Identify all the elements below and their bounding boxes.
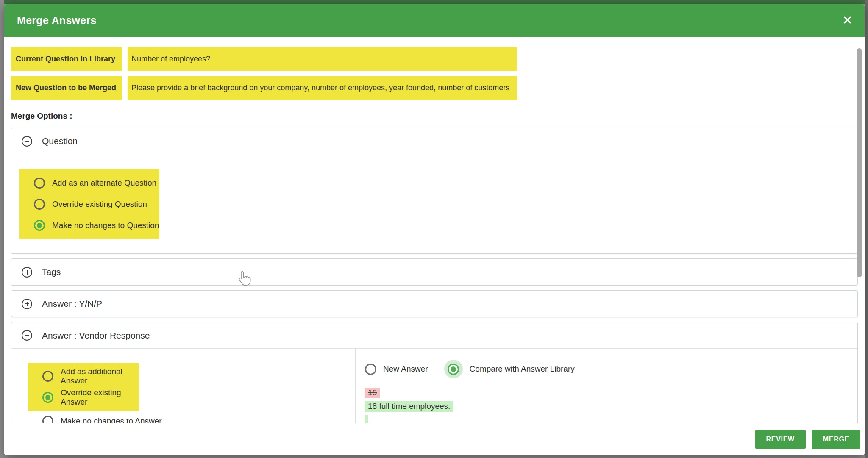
radio-icon-selected[interactable]	[42, 392, 53, 403]
vendor-compare-pane: New Answer Compare with Answer Library 1…	[355, 349, 857, 423]
expand-icon[interactable]	[22, 267, 32, 278]
section-tags-header[interactable]: Tags	[11, 259, 857, 285]
merge-button[interactable]: MERGE	[812, 430, 860, 449]
option-label: Add as additional Answer	[61, 367, 139, 386]
section-question: Question Add as an alternate Question Ov…	[11, 128, 858, 254]
merge-answers-dialog: Merge Answers ✕ Current Question in Libr…	[4, 4, 865, 455]
option-no-change-question[interactable]: Make no changes to Question	[19, 215, 159, 236]
scrollbar-thumb[interactable]	[857, 48, 862, 277]
collapse-icon[interactable]	[22, 330, 32, 341]
radio-icon[interactable]	[42, 416, 53, 423]
diff-removed-text: 15	[365, 388, 380, 398]
new-question-value: Please provide a brief background on you…	[128, 76, 517, 100]
section-tags: Tags	[11, 258, 858, 286]
diff-added-text: 18 full time employees.	[365, 401, 453, 412]
section-answer-vendor: Answer : Vendor Response Add as addition…	[11, 322, 858, 423]
answer-diff-view: 15 18 full time employees.	[365, 388, 857, 423]
scrollbar-track[interactable]	[854, 37, 865, 423]
vendor-response-content: Add as additional Answer Override existi…	[11, 349, 857, 423]
option-label: Make no changes to Question	[52, 221, 159, 230]
review-button[interactable]: REVIEW	[755, 430, 806, 449]
close-icon[interactable]: ✕	[842, 14, 853, 27]
option-override-answer[interactable]: Override existing Answer	[28, 387, 139, 408]
collapse-icon[interactable]	[22, 136, 32, 147]
option-label: Add as an alternate Question	[52, 178, 156, 188]
current-question-label: Current Question in Library	[11, 47, 122, 71]
current-question-value: Number of employees?	[128, 47, 517, 71]
radio-icon[interactable]	[34, 199, 45, 210]
option-add-alternate-question[interactable]: Add as an alternate Question	[19, 172, 159, 194]
option-label: Override existing Question	[52, 200, 147, 209]
vendor-options-highlight-group: Add as additional Answer Override existi…	[28, 363, 139, 411]
answer-mode-selector: New Answer Compare with Answer Library	[365, 360, 857, 378]
radio-focus-halo	[444, 360, 463, 378]
diff-added-empty-line	[365, 415, 368, 423]
option-label: Make no changes to Answer	[61, 416, 162, 423]
section-answer-vendor-header[interactable]: Answer : Vendor Response	[11, 322, 857, 349]
section-answer-ynp: Answer : Y/N/P	[11, 290, 858, 317]
dialog-body: Current Question in Library Number of em…	[4, 37, 865, 423]
section-tags-title: Tags	[42, 267, 61, 277]
merge-options-heading: Merge Options :	[11, 111, 858, 121]
new-question-label: New Question to be Merged	[11, 76, 122, 100]
option-add-additional-answer[interactable]: Add as additional Answer	[28, 366, 139, 387]
radio-icon[interactable]	[365, 364, 376, 375]
section-question-header[interactable]: Question	[11, 128, 857, 154]
dialog-header: Merge Answers ✕	[4, 4, 865, 37]
vendor-answer-options: Add as additional Answer Override existi…	[11, 349, 355, 423]
section-question-title: Question	[42, 136, 78, 146]
dialog-title: Merge Answers	[17, 14, 97, 27]
section-answer-ynp-title: Answer : Y/N/P	[42, 299, 102, 309]
option-label: Override existing Answer	[61, 388, 139, 407]
compare-answer-library-label[interactable]: Compare with Answer Library	[470, 364, 575, 374]
question-options-group: Add as an alternate Question Override ex…	[19, 169, 159, 239]
radio-icon[interactable]	[42, 371, 53, 382]
option-no-change-answer[interactable]: Make no changes to Answer	[28, 411, 355, 423]
question-comparison-table: Current Question in Library Number of em…	[11, 47, 858, 100]
section-answer-ynp-header[interactable]: Answer : Y/N/P	[11, 291, 857, 317]
radio-icon-selected[interactable]	[448, 364, 459, 375]
option-override-question[interactable]: Override existing Question	[19, 194, 159, 215]
new-answer-label[interactable]: New Answer	[383, 364, 428, 374]
backdrop-right-edge	[865, 0, 868, 458]
radio-icon-selected[interactable]	[34, 220, 45, 231]
expand-icon[interactable]	[22, 299, 32, 309]
section-answer-vendor-title: Answer : Vendor Response	[42, 330, 150, 341]
radio-icon[interactable]	[34, 178, 45, 189]
dialog-footer: REVIEW MERGE	[4, 423, 865, 455]
